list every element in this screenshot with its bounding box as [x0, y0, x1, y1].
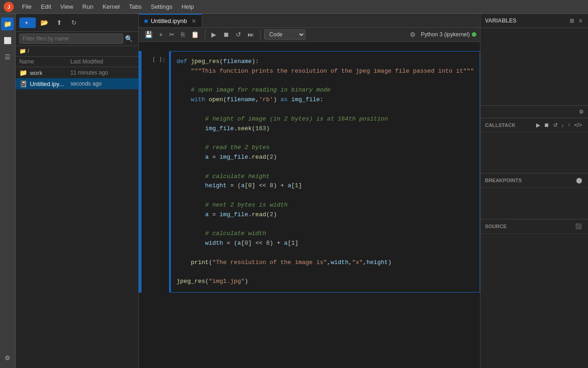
menu-bar: J File Edit View Run Kernel Tabs Setting… — [0, 0, 588, 14]
tab-label: Untitled.ipynb — [151, 17, 187, 24]
toolbar-separator — [205, 30, 205, 39]
paste-cell-button[interactable]: 📋 — [189, 29, 201, 40]
callstack-continue-button[interactable]: ▶ — [535, 121, 542, 129]
menu-run[interactable]: Run — [79, 2, 97, 11]
breakpoints-menu-button[interactable]: ⬤ — [575, 176, 583, 184]
menu-kernel[interactable]: Kernel — [99, 2, 124, 11]
file-item-work[interactable]: 📁 work 11 minutes ago — [16, 67, 138, 78]
file-toolbar: + 📂 ⬆ ↻ — [16, 14, 138, 32]
notebook-toolbar: 💾 + ✂ ⎘ 📋 ▶ ⏹ ↺ ⏭ Code Markdown Raw ⚙ Py… — [139, 28, 480, 42]
restart-kernel-button[interactable]: ↺ — [233, 29, 243, 40]
icon-sidebar: 📁 ⬜ ☰ ⚙ — [0, 14, 16, 368]
variables-header-icons: ⊞ ≡ — [568, 17, 583, 25]
source-content — [481, 234, 588, 261]
cell-execution-count: [ ]: — [141, 51, 169, 293]
file-list: 📁 work 11 minutes ago 📓 Untitled.ipy... … — [16, 67, 138, 368]
menu-settings[interactable]: Settings — [147, 2, 176, 11]
callstack-controls: ▶ ⏹ ↺ ↓ ↑ </> — [535, 121, 583, 129]
callstack-title: CALLSTACK — [485, 122, 515, 128]
kernel-status: Python 3 (ipykernel) — [421, 31, 476, 38]
interrupt-kernel-button[interactable]: ⏹ — [220, 29, 232, 40]
source-title: SOURCE — [485, 224, 507, 229]
right-panel: VARIABLES ⊞ ≡ ⚙ CALLSTACK ▶ ⏹ ↺ ↓ ↑ — [480, 14, 588, 368]
file-name: Untitled.ipy... — [30, 80, 70, 87]
add-cell-button[interactable]: + — [157, 29, 165, 40]
search-input[interactable] — [19, 34, 123, 44]
cell-code-content[interactable]: def jpeg_res(filename): """This function… — [171, 52, 480, 292]
file-name: work — [30, 69, 70, 76]
toolbar-right: ⚙ Python 3 (ipykernel) — [407, 29, 476, 40]
notebook-icon: 📓 — [19, 80, 27, 87]
file-panel: + 📂 ⬆ ↻ 🔍 📁 / Name Last Modified 📁 work … — [16, 14, 139, 368]
callstack-section: CALLSTACK ▶ ⏹ ↺ ↓ ↑ </> — [481, 118, 588, 173]
fast-forward-button[interactable]: ⏭ — [245, 29, 256, 40]
tab-modified-indicator — [144, 19, 148, 23]
search-button[interactable]: 🔍 — [123, 34, 135, 43]
column-modified-header: Last Modified — [70, 58, 135, 65]
menu-view[interactable]: View — [57, 2, 77, 11]
sidebar-running-icon[interactable]: ⬜ — [1, 34, 14, 47]
notebook-area: Untitled.ipynb ✕ 💾 + ✂ ⎘ 📋 ▶ ⏹ ↺ ⏭ Code … — [139, 14, 480, 368]
file-list-header: Name Last Modified — [16, 57, 138, 67]
tab-close-button[interactable]: ✕ — [192, 18, 196, 24]
cell-code-area[interactable]: def jpeg_res(filename): """This function… — [169, 51, 480, 293]
menu-file[interactable]: File — [18, 2, 35, 11]
breakpoints-content — [481, 188, 588, 215]
cut-cell-button[interactable]: ✂ — [167, 29, 177, 40]
cell-area: [ ]: def jpeg_res(filename): """This fun… — [139, 42, 480, 368]
variables-layout-button[interactable]: ⊞ — [568, 17, 576, 25]
code-cell[interactable]: [ ]: def jpeg_res(filename): """This fun… — [139, 51, 480, 293]
source-section: SOURCE ⬛ — [481, 219, 588, 368]
notebook-tab[interactable]: Untitled.ipynb ✕ — [139, 14, 202, 27]
refresh-button[interactable]: ↻ — [68, 17, 80, 29]
file-modified: 11 minutes ago — [70, 69, 135, 76]
save-button[interactable]: 💾 — [142, 29, 155, 40]
variables-section: VARIABLES ⊞ ≡ — [481, 14, 588, 106]
folder-icon: 📁 — [19, 48, 26, 54]
column-name-header: Name — [19, 58, 70, 65]
sidebar-toc-icon[interactable]: ☰ — [1, 51, 14, 63]
upload-button[interactable]: ⬆ — [53, 17, 65, 29]
variables-header: VARIABLES ⊞ ≡ — [481, 14, 588, 28]
plus-icon: + — [25, 19, 28, 26]
menu-help[interactable]: Help — [178, 2, 198, 11]
right-panel-settings-button[interactable]: ⚙ — [577, 108, 585, 116]
new-launcher-button[interactable]: + — [19, 17, 36, 28]
source-title-row: SOURCE ⬛ — [481, 219, 588, 234]
file-modified: seconds ago — [70, 80, 135, 87]
sidebar-extensions-icon[interactable]: ⚙ — [1, 351, 14, 364]
callstack-source-button[interactable]: </> — [573, 121, 583, 129]
callstack-stepover-button[interactable]: ↺ — [552, 121, 559, 129]
variables-title: VARIABLES — [485, 17, 516, 24]
tab-bar: Untitled.ipynb ✕ — [139, 14, 480, 28]
breadcrumb: 📁 / — [16, 46, 138, 57]
app-logo: J — [4, 2, 14, 12]
right-panel-settings-row: ⚙ — [481, 106, 588, 118]
breakpoints-section: BREAKPOINTS ⬤ — [481, 173, 588, 219]
menu-tabs[interactable]: Tabs — [125, 2, 145, 11]
callstack-title-row: CALLSTACK ▶ ⏹ ↺ ↓ ↑ </> — [481, 118, 588, 132]
toolbar-separator-2 — [260, 30, 260, 39]
file-item-notebook[interactable]: 📓 Untitled.ipy... seconds ago — [16, 78, 138, 89]
kernel-settings-button[interactable]: ⚙ — [407, 29, 418, 40]
sidebar-files-icon[interactable]: 📁 — [1, 17, 14, 30]
menu-edit[interactable]: Edit — [37, 2, 55, 11]
cell-type-select[interactable]: Code Markdown Raw — [264, 29, 305, 40]
callstack-stepinto-button[interactable]: ↓ — [560, 121, 565, 129]
copy-cell-button[interactable]: ⎘ — [179, 29, 187, 40]
source-icon-button[interactable]: ⬛ — [574, 222, 583, 230]
folder-icon: 📁 — [19, 69, 27, 76]
breadcrumb-path: / — [28, 48, 29, 54]
variables-menu-button[interactable]: ≡ — [577, 17, 583, 25]
open-folder-button[interactable]: 📂 — [39, 17, 51, 29]
breakpoints-title-row: BREAKPOINTS ⬤ — [481, 173, 588, 188]
callstack-stepout-button[interactable]: ↑ — [566, 121, 572, 129]
kernel-name: Python 3 (ipykernel) — [421, 31, 470, 38]
run-cell-button[interactable]: ▶ — [209, 29, 219, 40]
callstack-stop-button[interactable]: ⏹ — [543, 121, 551, 129]
callstack-content — [481, 132, 588, 160]
search-bar: 🔍 — [16, 32, 138, 46]
kernel-idle-indicator — [472, 32, 476, 37]
breakpoints-title: BREAKPOINTS — [485, 178, 522, 183]
variables-content — [481, 28, 588, 56]
